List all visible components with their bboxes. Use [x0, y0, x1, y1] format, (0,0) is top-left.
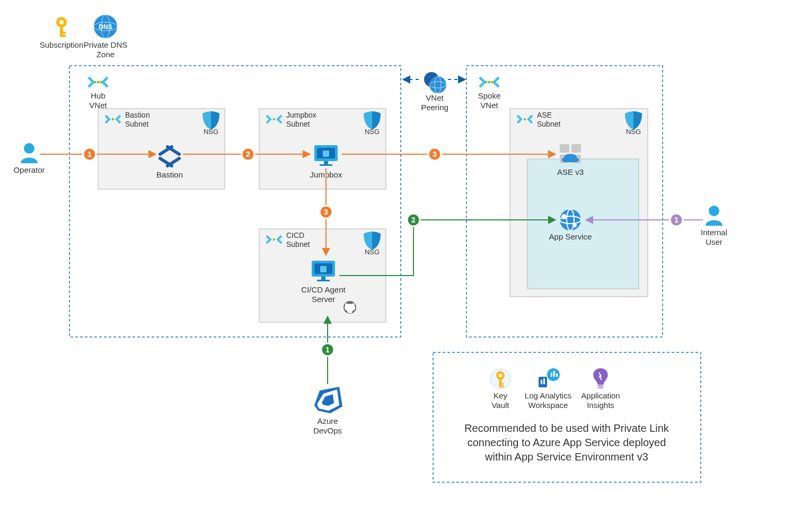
operator-icon: [21, 143, 38, 163]
flow-orange-num-3a: 3: [433, 150, 437, 158]
vnet-peering-label-2: Peering: [421, 103, 448, 112]
github-icon: [343, 301, 356, 314]
appinsights-icon: [593, 368, 607, 388]
azure-devops-l1: Azure: [317, 416, 338, 425]
loganalytics-icon: [539, 368, 560, 387]
diagram-canvas: DNS: [0, 0, 793, 532]
subscription-label: Subscription: [40, 40, 84, 49]
operator-label: Operator: [13, 165, 45, 174]
cicd-agent-label-1: CI/CD Agent: [301, 285, 346, 294]
internal-user-l1: Internal: [701, 228, 727, 237]
spoke-vnet-label-1: Spoke: [478, 91, 501, 100]
legend-box: [433, 352, 701, 482]
azure-devops-icon: [314, 387, 342, 413]
ase-subnet-l2: Subnet: [537, 120, 560, 128]
internal-user-l2: User: [706, 237, 722, 246]
vnet-peering-icon: [424, 72, 446, 93]
private-dns-zone-icon: [94, 15, 117, 38]
hub-vnet-label-1: Hub: [91, 91, 105, 100]
app-service-label: App Service: [549, 232, 592, 241]
bastion-subnet-l2: Subnet: [125, 120, 148, 128]
cicd-subnet-l1: CICD: [286, 231, 304, 240]
cicd-subnet-l2: Subnet: [286, 240, 310, 249]
recommendation-l2: connecting to Azure App Service deployed: [468, 437, 666, 448]
jumpbox-nsg-label: NSG: [365, 128, 380, 136]
recommendation-l3: within App Service Environment v3: [484, 451, 648, 463]
bastion-nsg-label: NSG: [204, 128, 218, 136]
loganalytics-l2: Workspace: [528, 401, 568, 410]
asev3-label: ASE v3: [557, 167, 584, 176]
spoke-vnet-label-2: VNet: [480, 101, 498, 110]
cicd-agent-label-2: Server: [312, 295, 335, 304]
recommendation-l1: Recommended to be used with Private Link: [464, 422, 669, 434]
appinsights-l2: Insights: [587, 401, 614, 410]
keyvault-l1: Key: [494, 391, 507, 400]
flow-orange-num-2: 2: [246, 150, 250, 158]
spoke-vnet-icon: [480, 77, 499, 87]
appinsights-l1: Application: [581, 391, 620, 400]
internal-user-icon: [706, 206, 722, 226]
keyvault-icon: [491, 369, 510, 388]
flow-orange-num-1: 1: [87, 150, 92, 158]
flow-green-num-1: 1: [325, 345, 330, 354]
vnet-peering-label-1: VNet: [426, 93, 444, 102]
ase-inner-box: [527, 159, 639, 289]
cicd-nsg-label: NSG: [365, 248, 380, 256]
ase-subnet-l1: ASE: [537, 111, 552, 119]
private-dns-label-1: Private DNS: [84, 40, 128, 49]
flow-purple-num-1: 1: [674, 216, 679, 224]
loganalytics-l1: Log Analytics: [525, 391, 571, 400]
keyvault-l2: Vault: [491, 401, 509, 410]
ase-nsg-label: NSG: [626, 128, 641, 136]
app-service-icon: [560, 209, 581, 230]
flow-green-num-2: 2: [411, 216, 416, 224]
hub-vnet-icon: [89, 77, 108, 87]
bastion-label: Bastion: [156, 170, 183, 179]
private-dns-label-2: Zone: [96, 50, 114, 59]
flow-orange-num-3b: 3: [324, 208, 328, 216]
jumpbox-subnet-l1: Jumpbox: [286, 111, 316, 119]
bastion-subnet-l1: Bastion: [125, 111, 150, 119]
jumpbox-subnet-l2: Subnet: [286, 120, 310, 128]
azure-devops-l2: DevOps: [313, 426, 342, 435]
subscription-icon: [56, 17, 67, 37]
